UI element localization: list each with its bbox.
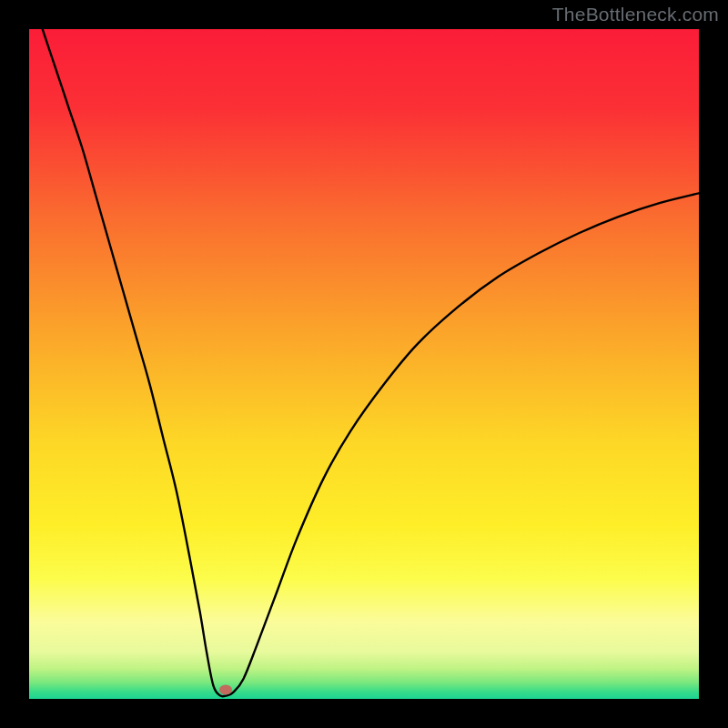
plot-area	[29, 29, 699, 699]
bottleneck-curve	[43, 29, 699, 696]
watermark-text: TheBottleneck.com	[552, 4, 719, 25]
curve-layer	[29, 29, 699, 699]
optimal-marker	[219, 684, 232, 694]
